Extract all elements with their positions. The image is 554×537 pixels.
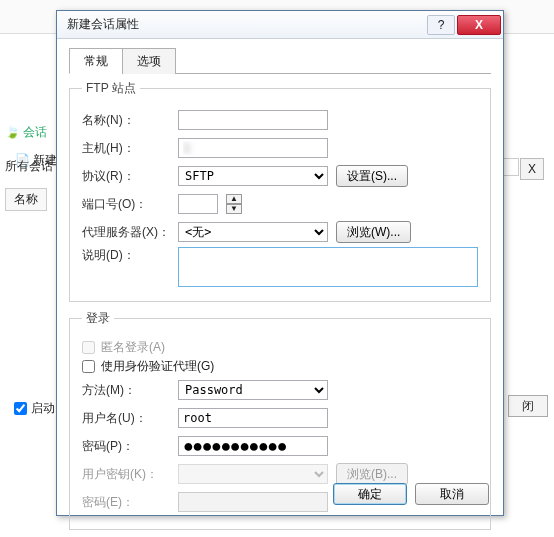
bg-name-col[interactable]: 名称 [5, 188, 47, 211]
settings-button[interactable]: 设置(S)... [336, 165, 408, 187]
row-protocol: 协议(R)： SFTP 设置(S)... [82, 163, 478, 189]
session-properties-dialog: 新建会话属性 ? X 常规 选项 FTP 站点 名称(N)： 主机(H)： 协议… [56, 10, 504, 516]
row-method: 方法(M)： Password [82, 377, 478, 403]
row-port: 端口号(O)： ▲ ▼ [82, 191, 478, 217]
auth-proxy-check[interactable]: 使用身份验证代理(G) [82, 358, 478, 375]
host-label: 主机(H)： [82, 140, 178, 157]
proxy-label: 代理服务器(X)： [82, 224, 178, 241]
anon-label: 匿名登录(A) [101, 339, 165, 356]
key-browse-button: 浏览(B)... [336, 463, 408, 485]
tab-general[interactable]: 常规 [69, 48, 123, 74]
user-input[interactable] [178, 408, 328, 428]
row-pass: 密码(P)： [82, 433, 478, 459]
keypass-label: 密码(E)： [82, 494, 178, 511]
auth-proxy-label: 使用身份验证代理(G) [101, 358, 214, 375]
anon-checkbox [82, 341, 95, 354]
close-button[interactable]: X [457, 15, 501, 35]
titlebar[interactable]: 新建会话属性 ? X [57, 11, 503, 39]
tab-strip: 常规 选项 [69, 47, 491, 74]
key-label: 用户密钥(K)： [82, 466, 178, 483]
pass-label: 密码(P)： [82, 438, 178, 455]
cancel-button[interactable]: 取消 [415, 483, 489, 505]
port-spinner[interactable]: ▲ ▼ [226, 194, 242, 214]
ok-button[interactable]: 确定 [333, 483, 407, 505]
proxy-select[interactable]: <无> [178, 222, 328, 242]
auth-proxy-checkbox[interactable] [82, 360, 95, 373]
method-select[interactable]: Password [178, 380, 328, 400]
bg-all-sessions: 所有会话 [5, 158, 53, 175]
row-proxy: 代理服务器(X)： <无> 浏览(W)... [82, 219, 478, 245]
ftp-legend: FTP 站点 [82, 80, 140, 97]
ftp-group: FTP 站点 名称(N)： 主机(H)： 协议(R)： SFTP 设置(S)..… [69, 80, 491, 302]
bg-startup-check[interactable]: 启动 [14, 400, 55, 417]
protocol-label: 协议(R)： [82, 168, 178, 185]
help-button[interactable]: ? [427, 15, 455, 35]
dialog-footer: 确定 取消 [333, 483, 489, 505]
spin-up-icon[interactable]: ▲ [226, 194, 242, 204]
bg-startup-label: 启动 [31, 401, 55, 415]
tab-options[interactable]: 选项 [122, 48, 176, 74]
method-label: 方法(M)： [82, 382, 178, 399]
port-input[interactable] [178, 194, 218, 214]
key-select [178, 464, 328, 484]
port-label: 端口号(O)： [82, 196, 178, 213]
desc-textarea[interactable] [178, 247, 478, 287]
anon-check: 匿名登录(A) [82, 339, 478, 356]
desc-label: 说明(D)： [82, 247, 178, 264]
dialog-body: 常规 选项 FTP 站点 名称(N)： 主机(H)： 协议(R)： SFTP 设… [57, 39, 503, 537]
login-legend: 登录 [82, 310, 114, 327]
name-label: 名称(N)： [82, 112, 178, 129]
bg-x-button[interactable]: X [520, 158, 544, 180]
bg-session-text: 会话 [23, 125, 47, 139]
bg-session-label: 🍃 会话 [5, 124, 47, 141]
proxy-browse-button[interactable]: 浏览(W)... [336, 221, 411, 243]
spin-down-icon[interactable]: ▼ [226, 204, 242, 214]
dialog-title: 新建会话属性 [67, 16, 425, 33]
user-label: 用户名(U)： [82, 410, 178, 427]
host-input[interactable] [178, 138, 328, 158]
keypass-input [178, 492, 328, 512]
row-name: 名称(N)： [82, 107, 478, 133]
bg-startup-checkbox[interactable] [14, 402, 27, 415]
bg-close-button[interactable]: 闭 [508, 395, 548, 417]
protocol-select[interactable]: SFTP [178, 166, 328, 186]
pass-input[interactable] [178, 436, 328, 456]
row-user: 用户名(U)： [82, 405, 478, 431]
row-desc: 说明(D)： [82, 247, 478, 287]
name-input[interactable] [178, 110, 328, 130]
row-host: 主机(H)： [82, 135, 478, 161]
